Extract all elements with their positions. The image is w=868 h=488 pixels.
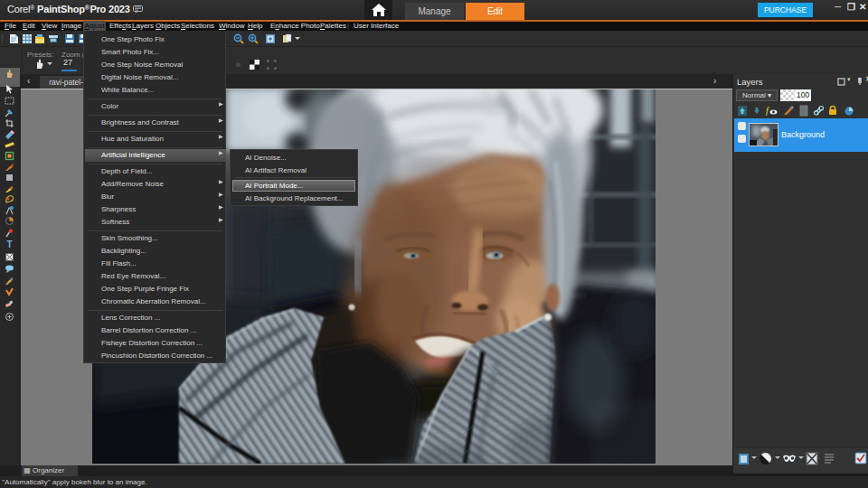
svg-text:f: f	[766, 106, 769, 116]
